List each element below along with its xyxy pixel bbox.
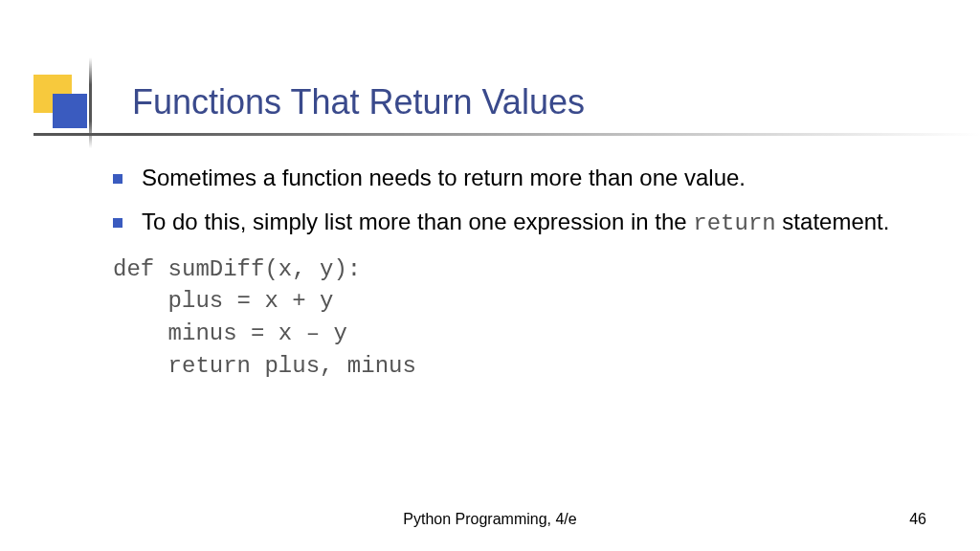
bullet-text: To do this, simply list more than one ex…: [142, 207, 923, 239]
blue-square: [53, 94, 87, 128]
slide-content: Sometimes a function needs to return mor…: [113, 163, 923, 382]
title-decoration: [33, 75, 87, 128]
page-number: 46: [909, 511, 926, 528]
code-block: def sumDiff(x, y): plus = x + y minus = …: [113, 253, 923, 382]
bullet-icon: [113, 218, 122, 228]
bullet-item: Sometimes a function needs to return mor…: [113, 163, 923, 193]
bullet-text: Sometimes a function needs to return mor…: [142, 163, 923, 193]
inline-code: return: [693, 210, 775, 236]
bullet-icon: [113, 174, 122, 184]
slide-title: Functions That Return Values: [132, 82, 585, 122]
footer-text: Python Programming, 4/e: [0, 511, 980, 528]
horizontal-divider: [33, 133, 980, 136]
bullet-item: To do this, simply list more than one ex…: [113, 207, 923, 239]
